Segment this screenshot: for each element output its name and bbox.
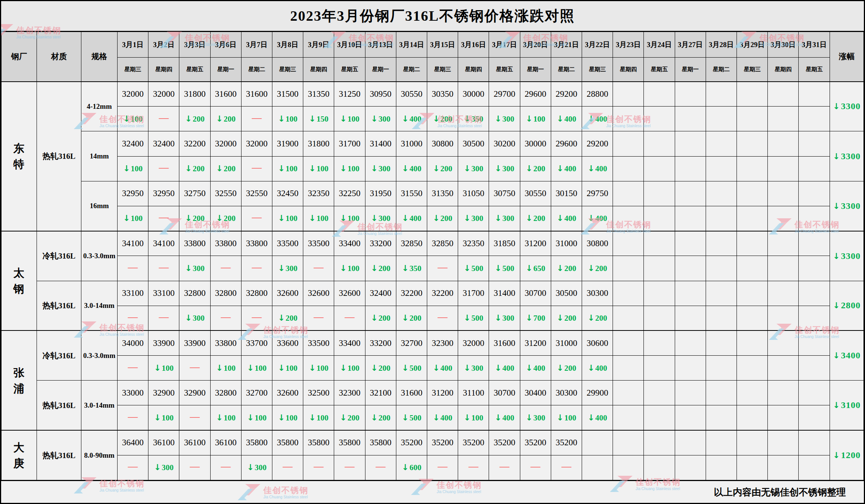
price-cell bbox=[613, 131, 644, 156]
spec-cell: 0.3-3.0mm bbox=[81, 330, 118, 380]
price-cell: 30550 bbox=[520, 181, 551, 206]
col-header-date: 3月27日 bbox=[675, 32, 706, 58]
price-cell: 32500 bbox=[303, 381, 334, 405]
change-cell: — bbox=[241, 156, 272, 181]
change-cell: ↓100 bbox=[118, 107, 148, 131]
price-table: 钢厂材质规格3月1日3月2日3月3日3月6日3月7日3月8日3月9日3月10日3… bbox=[1, 32, 864, 480]
change-cell bbox=[706, 256, 737, 281]
change-cell: ↓500 bbox=[458, 256, 489, 281]
change-cell: ↓400 bbox=[551, 107, 582, 131]
col-header-weekday: 星期四 bbox=[768, 58, 799, 82]
col-header-date: 3月23日 bbox=[613, 32, 644, 58]
change-cell: — bbox=[118, 455, 148, 480]
price-cell: 31250 bbox=[334, 82, 365, 107]
price-cell bbox=[799, 381, 830, 405]
col-header-weekday: 星期三 bbox=[737, 58, 768, 82]
change-cell bbox=[799, 256, 830, 281]
change-cell: ↓100 bbox=[210, 356, 241, 381]
change-cell: ↓300 bbox=[520, 405, 551, 430]
change-cell: — bbox=[303, 256, 334, 281]
spec-cell: 3.0-14mm bbox=[81, 281, 118, 330]
change-cell: ↓200 bbox=[427, 156, 458, 181]
col-header-date: 3月29日 bbox=[737, 32, 768, 58]
price-cell: 29600 bbox=[520, 82, 551, 107]
price-cell: 32800 bbox=[210, 381, 241, 405]
col-header-date: 3月15日 bbox=[427, 32, 458, 58]
change-cell: ↓100 bbox=[272, 405, 303, 430]
price-cell bbox=[675, 181, 706, 206]
price-cell: 30400 bbox=[520, 381, 551, 405]
price-cell bbox=[613, 181, 644, 206]
change-cell: ↓300 bbox=[365, 107, 396, 131]
price-cell: 30500 bbox=[458, 131, 489, 156]
col-header-spec: 规格 bbox=[81, 32, 118, 82]
price-cell: 31350 bbox=[303, 82, 334, 107]
change-cell: ↓200 bbox=[334, 405, 365, 430]
change-cell: ↓200 bbox=[210, 206, 241, 231]
price-cell bbox=[737, 181, 768, 206]
col-header-weekday: 星期五 bbox=[179, 58, 210, 82]
change-cell bbox=[706, 306, 737, 330]
change-cell: ↓600 bbox=[396, 455, 427, 480]
price-cell: 32450 bbox=[272, 181, 303, 206]
change-cell: ↓300 bbox=[489, 156, 520, 181]
col-header-weekday: 星期三 bbox=[427, 58, 458, 82]
change-cell bbox=[644, 156, 675, 181]
change-cell bbox=[644, 107, 675, 131]
change-cell bbox=[644, 356, 675, 381]
col-header-weekday: 星期四 bbox=[458, 58, 489, 82]
col-header-weekday: 星期二 bbox=[396, 58, 427, 82]
price-cell bbox=[613, 381, 644, 405]
change-cell bbox=[675, 455, 706, 480]
price-cell: 33700 bbox=[241, 330, 272, 355]
price-cell: 31200 bbox=[427, 381, 458, 405]
change-cell: — bbox=[179, 455, 210, 480]
col-header-date: 3月30日 bbox=[768, 32, 799, 58]
change-cell: ↓100 bbox=[118, 156, 148, 181]
price-cell bbox=[706, 281, 737, 306]
change-cell bbox=[768, 455, 799, 480]
change-cell bbox=[706, 156, 737, 181]
price-cell bbox=[706, 330, 737, 355]
price-cell bbox=[737, 231, 768, 256]
change-cell bbox=[768, 405, 799, 430]
price-cell: 31600 bbox=[210, 82, 241, 107]
total-change-cell: ↓3300 bbox=[830, 131, 864, 181]
price-cell: 30000 bbox=[520, 131, 551, 156]
price-cell: 36100 bbox=[148, 430, 179, 455]
col-header-weekday: 星期三 bbox=[272, 58, 303, 82]
change-cell bbox=[706, 455, 737, 480]
change-cell: ↓200 bbox=[582, 306, 613, 330]
change-cell: — bbox=[241, 256, 272, 281]
change-cell bbox=[706, 206, 737, 231]
price-cell: 29700 bbox=[489, 82, 520, 107]
total-change-cell: ↓3400 bbox=[830, 330, 864, 380]
col-header-factory: 钢厂 bbox=[2, 32, 37, 82]
price-cell bbox=[768, 181, 799, 206]
spec-cell: 0.3-3.0mm bbox=[81, 231, 118, 281]
col-header-weekday: 星期二 bbox=[706, 58, 737, 82]
price-cell: 31850 bbox=[489, 231, 520, 256]
price-cell: 32000 bbox=[241, 131, 272, 156]
price-cell: 36400 bbox=[118, 430, 148, 455]
change-cell: ↓100 bbox=[272, 356, 303, 381]
change-cell bbox=[613, 455, 644, 480]
price-cell: 29600 bbox=[551, 131, 582, 156]
price-cell bbox=[706, 231, 737, 256]
price-cell bbox=[737, 381, 768, 405]
change-cell: ↓100 bbox=[334, 206, 365, 231]
change-cell: ↓100 bbox=[334, 256, 365, 281]
change-cell: ↓400 bbox=[551, 206, 582, 231]
change-cell: — bbox=[427, 256, 458, 281]
price-cell: 35200 bbox=[520, 430, 551, 455]
price-cell: 35800 bbox=[272, 430, 303, 455]
price-cell: 32600 bbox=[334, 281, 365, 306]
change-cell: ↓400 bbox=[582, 405, 613, 430]
price-cell: 33200 bbox=[365, 330, 396, 355]
change-cell: ↓100 bbox=[148, 405, 179, 430]
change-cell bbox=[799, 156, 830, 181]
col-header-weekday: 星期一 bbox=[520, 58, 551, 82]
price-cell: 32550 bbox=[210, 181, 241, 206]
price-cell bbox=[799, 131, 830, 156]
price-cell: 32800 bbox=[179, 281, 210, 306]
